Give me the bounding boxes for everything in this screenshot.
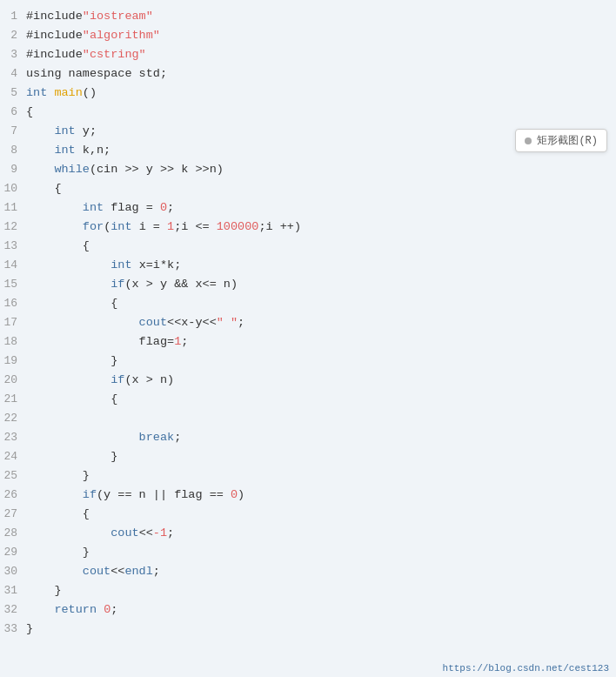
line-content: flag=1; [26,332,616,352]
code-line: 10 { [0,179,616,198]
line-content: } [26,620,616,639]
code-line: 27 { [0,505,616,524]
line-content: #include"cstring" [26,45,616,64]
line-content: return 0; [26,600,616,620]
line-number: 11 [0,198,26,218]
line-number: 7 [0,122,26,141]
line-content: int flag = 0; [26,198,616,218]
code-line: 16 { [0,294,616,313]
line-content: } [26,466,616,486]
line-number: 18 [0,332,26,352]
code-line: 2#include"algorithm" [0,26,616,45]
code-line: 33} [0,620,616,639]
line-number: 9 [0,160,26,179]
line-content: { [26,505,616,524]
code-container: 1#include"iostream"2#include"algorithm"3… [0,0,616,677]
code-line: 23 break; [0,428,616,447]
line-content: } [26,352,616,371]
annotation-box[interactable]: 矩形截图(R) [515,129,607,152]
line-number: 15 [0,275,26,294]
line-number: 2 [0,26,26,45]
line-content: int main() [26,84,616,103]
annotation-label: 矩形截图(R) [537,133,598,148]
code-line: 22 [0,409,616,428]
line-number: 1 [0,7,26,26]
annotation-dot [525,137,532,144]
line-content: { [26,237,616,256]
line-content: int x=i*k; [26,256,616,275]
line-number: 27 [0,505,26,524]
line-number: 4 [0,64,26,84]
line-number: 23 [0,428,26,447]
line-content: while(cin >> y >> k >>n) [26,160,616,179]
line-content: using namespace std; [26,64,616,84]
line-content: for(int i = 1;i <= 100000;i ++) [26,218,616,237]
line-content: { [26,294,616,313]
line-content: { [26,103,616,122]
line-number: 6 [0,103,26,122]
line-number: 30 [0,562,26,581]
line-number: 24 [0,447,26,466]
code-line: 13 { [0,237,616,256]
line-number: 16 [0,294,26,313]
line-number: 13 [0,237,26,256]
code-line: 31 } [0,581,616,600]
code-line: 24 } [0,447,616,466]
code-line: 17 cout<<x-y<<" "; [0,313,616,332]
code-line: 1#include"iostream" [0,7,616,26]
line-number: 33 [0,620,26,639]
line-content: cout<<endl; [26,562,616,581]
code-line: 18 flag=1; [0,332,616,352]
line-number: 10 [0,179,26,198]
code-line: 12 for(int i = 1;i <= 100000;i ++) [0,218,616,237]
line-number: 12 [0,218,26,237]
code-line: 20 if(x > n) [0,371,616,390]
line-number: 5 [0,84,26,103]
line-content: { [26,390,616,409]
line-number: 20 [0,371,26,390]
line-number: 14 [0,256,26,275]
code-line: 29 } [0,543,616,562]
line-number: 28 [0,524,26,543]
csdn-link[interactable]: https://blog.csdn.net/cest123 [443,663,609,674]
line-content: { [26,179,616,198]
code-line: 6{ [0,103,616,122]
line-number: 19 [0,352,26,371]
code-line: 11 int flag = 0; [0,198,616,218]
code-line: 5int main() [0,84,616,103]
line-number: 32 [0,600,26,620]
line-content: } [26,543,616,562]
line-number: 3 [0,45,26,64]
code-line: 26 if(y == n || flag == 0) [0,486,616,505]
line-content: if(y == n || flag == 0) [26,486,616,505]
code-line: 28 cout<<-1; [0,524,616,543]
line-number: 25 [0,466,26,486]
line-number: 21 [0,390,26,409]
line-content: cout<<x-y<<" "; [26,313,616,332]
code-line: 21 { [0,390,616,409]
line-number: 8 [0,141,26,160]
line-number: 29 [0,543,26,562]
code-lines: 1#include"iostream"2#include"algorithm"3… [0,7,616,639]
line-content: } [26,581,616,600]
line-number: 22 [0,409,26,428]
line-content: #include"iostream" [26,7,616,26]
code-line: 9 while(cin >> y >> k >>n) [0,160,616,179]
line-content: break; [26,428,616,447]
code-line: 19 } [0,352,616,371]
line-number: 26 [0,486,26,505]
line-number: 17 [0,313,26,332]
code-line: 15 if(x > y && x<= n) [0,275,616,294]
code-line: 30 cout<<endl; [0,562,616,581]
code-line: 32 return 0; [0,600,616,620]
line-content: cout<<-1; [26,524,616,543]
line-content: #include"algorithm" [26,26,616,45]
code-line: 25 } [0,466,616,486]
line-number: 31 [0,581,26,600]
line-content: if(x > n) [26,371,616,390]
line-content: } [26,447,616,466]
code-line: 4using namespace std; [0,64,616,84]
line-content: if(x > y && x<= n) [26,275,616,294]
code-line: 14 int x=i*k; [0,256,616,275]
code-line: 3#include"cstring" [0,45,616,64]
